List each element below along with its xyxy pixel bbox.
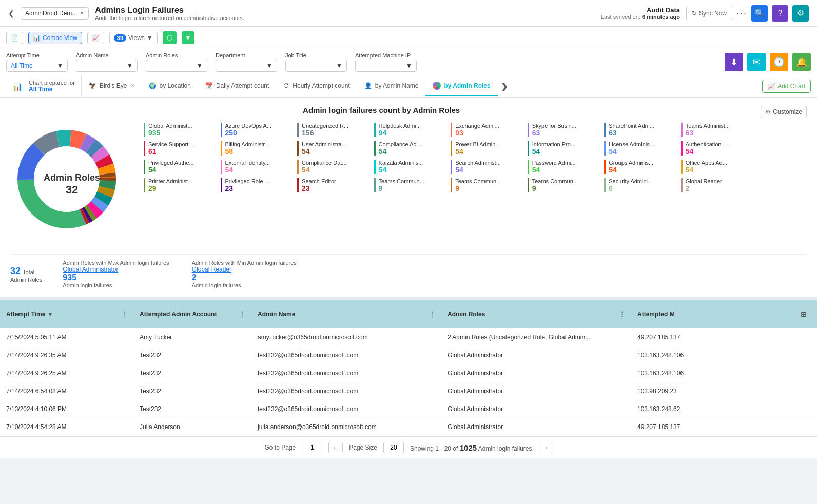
legend-item[interactable]: Exchange Admi...93: [451, 123, 522, 137]
chart-icon-button[interactable]: 📈: [87, 32, 104, 44]
admin-name-select[interactable]: ▼: [76, 60, 138, 72]
sync-now-button[interactable]: ↻ Sync Now: [686, 7, 732, 20]
legend-item[interactable]: Authentication ...54: [681, 141, 753, 156]
table-row[interactable]: 7/14/2024 6:54:08 AM Test232 test232@o36…: [0, 382, 817, 400]
legend-item[interactable]: Global Administ...935: [144, 123, 216, 137]
table-row[interactable]: 7/14/2024 9:26:35 AM Test232 test232@o36…: [0, 346, 817, 364]
table-row[interactable]: 7/14/2024 9:26:25 AM Test232 test232@o36…: [0, 364, 817, 382]
legend-item[interactable]: Office Apps Ad...54: [681, 160, 753, 174]
legend-name: License Adminis...: [609, 141, 675, 147]
legend-item[interactable]: Uncategorized R...156: [297, 123, 369, 137]
legend-item[interactable]: Compliance Dat...54: [297, 160, 369, 174]
table-row[interactable]: 7/15/2024 5:05:11 AM Amy Tucker amy.tuck…: [0, 328, 817, 346]
admin-roles-select[interactable]: ▼: [146, 60, 207, 72]
schedule-button[interactable]: 🕐: [770, 53, 788, 71]
legend-item[interactable]: Skype for Busin...63: [528, 123, 599, 137]
legend-item[interactable]: Search Administ...54: [451, 160, 522, 174]
col-menu-icon[interactable]: ⋮: [121, 311, 127, 318]
tab-by-admin-roles[interactable]: by Admin Roles: [425, 76, 497, 96]
email-button[interactable]: ✉: [747, 53, 766, 71]
min-link[interactable]: Global Reader: [192, 266, 299, 273]
legend-item[interactable]: Teams Commun...9: [451, 178, 522, 192]
customize-button[interactable]: ⚙ Customize: [761, 106, 807, 118]
legend-item[interactable]: Compliance Ad...54: [374, 141, 446, 156]
nav-back-arrow[interactable]: ❮: [8, 9, 14, 17]
department-select[interactable]: ▼: [216, 60, 277, 72]
legend-item[interactable]: Service Support ...61: [144, 141, 216, 156]
legend-item[interactable]: Teams Administ...63: [681, 123, 753, 137]
legend-item[interactable]: Azure DevOps A...250: [221, 123, 293, 137]
chevron-down-icon: ▼: [406, 62, 412, 69]
legend-item[interactable]: Security Admini...6: [604, 178, 676, 192]
legend-item[interactable]: Kaizala Adminis...54: [374, 160, 446, 174]
page-number-input[interactable]: [302, 442, 322, 453]
tab-bird-eye[interactable]: 🦅 Bird's Eye ✕: [82, 77, 142, 96]
help-button[interactable]: ?: [772, 5, 788, 22]
bar-chart-icon[interactable]: 📊: [6, 77, 29, 95]
alert-button[interactable]: 🔔: [792, 53, 811, 71]
table-row[interactable]: 7/13/2024 4:10:06 PM Test232 test232@o36…: [0, 400, 817, 418]
tab-by-location[interactable]: 🌍 by Location: [142, 77, 198, 96]
next-page-button[interactable]: →: [538, 442, 552, 453]
legend-item[interactable]: Printer Administ...29: [144, 178, 216, 192]
legend-name: Service Support ...: [148, 141, 215, 147]
chart-prepared-value[interactable]: All Time: [29, 86, 75, 93]
legend-count: 54: [609, 147, 676, 156]
tab-hourly[interactable]: ⏱ Hourly Attempt count: [276, 77, 357, 96]
legend-name: Compliance Dat...: [302, 160, 368, 166]
legend-item[interactable]: Groups Adminis...54: [604, 160, 676, 174]
legend-item[interactable]: Privileged Role ...23: [221, 178, 293, 192]
legend-item[interactable]: Global Reader2: [681, 178, 753, 192]
legend-name: External Identity...: [225, 160, 292, 166]
legend-item[interactable]: Information Pro...54: [528, 141, 599, 156]
legend-item[interactable]: Helpdesk Admi...94: [374, 123, 446, 137]
legend-item[interactable]: Power BI Admin...54: [451, 141, 522, 156]
machine-ip-select[interactable]: ▼: [355, 60, 417, 72]
topbar: ❮ AdminDroid Dem... ▼ Admins Login Failu…: [0, 0, 817, 27]
next-tabs-arrow[interactable]: ❯: [498, 77, 511, 95]
max-link[interactable]: Global Administrator: [63, 266, 171, 273]
settings-button[interactable]: ⚙: [792, 5, 809, 22]
legend-item[interactable]: External Identity...54: [221, 160, 293, 174]
page-size-input[interactable]: [383, 442, 404, 453]
col-menu-icon[interactable]: ⋮: [619, 311, 625, 318]
document-button[interactable]: 📄: [6, 32, 23, 44]
legend-item[interactable]: Search Editor23: [297, 178, 369, 192]
legend-name: Teams Commun...: [455, 178, 522, 184]
chart-title: Admin login failures count by Admin Role…: [10, 106, 752, 114]
donut-center-count: 32: [44, 183, 100, 197]
legend-item[interactable]: SharePoint Adm...63: [604, 123, 676, 137]
job-title-select[interactable]: ▼: [285, 60, 347, 72]
table-row[interactable]: 7/10/2024 4:54:28 AM Julia Anderson juli…: [0, 418, 817, 436]
filter-button[interactable]: ⬡: [163, 31, 177, 44]
more-options-button[interactable]: ···: [736, 8, 747, 18]
export-button[interactable]: ⬇: [725, 53, 743, 71]
sort-icon[interactable]: ▼: [47, 311, 53, 317]
filter-dropdown-button[interactable]: ▼: [182, 31, 194, 44]
tab-daily[interactable]: 📅 Daily Attempt count: [198, 77, 276, 96]
search-button[interactable]: 🔍: [751, 5, 768, 22]
add-chart-button[interactable]: 📈 Add Chart: [762, 80, 811, 93]
legend-name: Privileged Role ...: [225, 178, 292, 184]
col-menu-icon[interactable]: ⋮: [429, 311, 435, 318]
tab-by-admin-name[interactable]: 👤 by Admin Name: [357, 77, 426, 96]
legend-item[interactable]: Privileged Authe...54: [144, 160, 216, 174]
prev-page-button[interactable]: ←: [328, 442, 343, 453]
legend-item[interactable]: Billing Administr...58: [221, 141, 293, 156]
legend-name: Password Admi...: [532, 160, 599, 166]
export-columns-button[interactable]: ⊞: [796, 307, 811, 321]
attempt-time-select[interactable]: All Time ▼: [6, 60, 68, 72]
legend-item[interactable]: Teams Commun...9: [374, 178, 446, 192]
legend-item[interactable]: Teams Commun...9: [528, 178, 599, 192]
tenant-selector[interactable]: AdminDroid Dem... ▼: [21, 7, 89, 20]
donut-center-title: Admin Roles: [44, 172, 100, 183]
col-menu-icon[interactable]: ⋮: [239, 311, 245, 318]
legend-item[interactable]: License Adminis...54: [604, 141, 676, 156]
legend-count: 935: [148, 129, 216, 137]
audit-section: Audit Data Last synced on: 6 minutes ago: [601, 6, 680, 20]
attempt-time-value: All Time: [11, 62, 33, 69]
legend-item[interactable]: User Administra...54: [297, 141, 369, 156]
views-button[interactable]: 39 Views ▼: [109, 32, 158, 44]
legend-item[interactable]: Password Admi...54: [528, 160, 599, 174]
combo-view-button[interactable]: 📊 Combo View: [28, 32, 82, 44]
